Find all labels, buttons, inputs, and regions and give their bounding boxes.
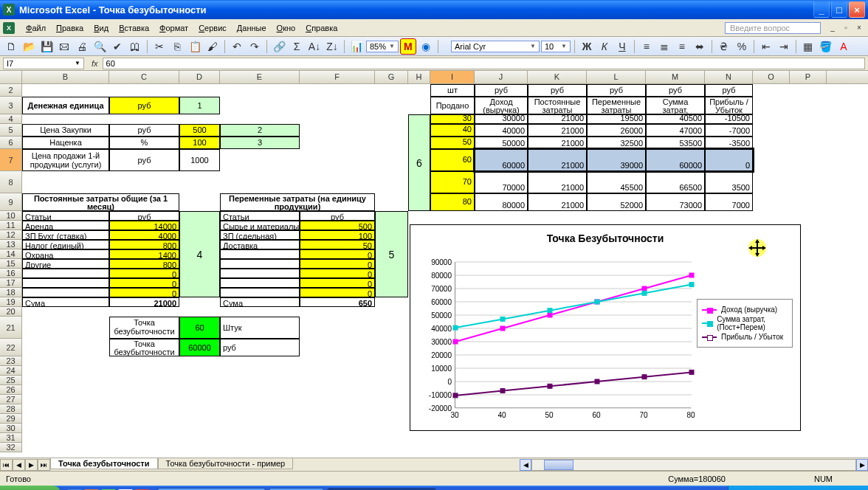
row-25[interactable]: 25 (0, 376, 22, 385)
percent-icon[interactable]: % (734, 38, 750, 55)
cell-I8[interactable]: 70 (430, 171, 475, 193)
cell-C5[interactable]: руб (109, 124, 179, 137)
fill-color-icon[interactable]: 🪣 (818, 38, 834, 55)
col-N[interactable]: N (705, 71, 753, 83)
col-J[interactable]: J (475, 71, 528, 83)
cell-K4[interactable]: 21000 (528, 114, 587, 124)
cell-N9[interactable]: 7000 (705, 193, 753, 211)
cell-I2[interactable]: шт (430, 84, 475, 97)
cell-D22[interactable]: 60000 (179, 339, 220, 356)
row-18[interactable]: 18 (0, 288, 22, 297)
cell-E22[interactable]: руб (220, 339, 300, 356)
row-17[interactable]: 17 (0, 278, 22, 288)
cell-B10[interactable]: Статьи (22, 211, 109, 221)
bold-icon[interactable]: Ж (579, 38, 595, 55)
cell-B9[interactable]: Постоянные затраты общие (за 1 месяц) (22, 193, 179, 211)
cell-K5[interactable]: 21000 (528, 124, 587, 137)
row-10[interactable]: 10 (0, 211, 22, 221)
cell-M6[interactable]: 53500 (646, 137, 705, 149)
menu-insert[interactable]: Вставка (114, 22, 154, 34)
align-center-icon[interactable]: ≣ (656, 38, 672, 55)
merge-icon[interactable]: ⬌ (692, 38, 708, 55)
cell-L8[interactable]: 45500 (587, 171, 646, 193)
save-icon[interactable]: 💾 (38, 38, 55, 55)
cell-B12[interactable]: ЗП Бухг (ставка) (22, 230, 109, 240)
name-box[interactable]: I7▼ (3, 58, 84, 69)
cell-K2[interactable]: руб (528, 84, 587, 97)
cell-F12[interactable]: 100 (300, 230, 375, 240)
cell-C16[interactable]: 0 (109, 269, 179, 278)
doc-close[interactable]: × (853, 23, 865, 33)
borders-icon[interactable]: ▦ (800, 38, 816, 55)
cell-D6[interactable]: 100 (179, 137, 220, 149)
row-2[interactable]: 2 (0, 84, 22, 97)
col-O[interactable]: O (753, 71, 790, 83)
row-27[interactable]: 27 (0, 395, 22, 404)
cell-K3[interactable]: Постоянные затраты (528, 97, 587, 114)
print-icon[interactable]: 🖨 (74, 38, 90, 55)
cell-L9[interactable]: 52000 (587, 193, 646, 211)
cell-C10[interactable]: руб (109, 211, 179, 221)
col-M[interactable]: M (646, 71, 705, 83)
cell-F10[interactable]: руб (300, 211, 375, 221)
col-H[interactable]: H (408, 71, 430, 83)
row-15[interactable]: 15 (0, 259, 22, 269)
autosum-icon[interactable]: Σ (289, 38, 305, 55)
col-E[interactable]: E (220, 71, 300, 83)
research-icon[interactable]: 🕮 (127, 38, 143, 55)
cell-D7[interactable]: 1000 (179, 149, 220, 171)
open-icon[interactable]: 📂 (21, 38, 37, 55)
system-tray[interactable]: RU 13:51 (728, 486, 868, 490)
align-right-icon[interactable]: ≡ (674, 38, 690, 55)
cell-L5[interactable]: 26000 (587, 124, 646, 137)
cell-I9[interactable]: 80 (430, 193, 475, 211)
redo-icon[interactable]: ↷ (247, 38, 263, 55)
cell-F18[interactable]: 0 (300, 288, 375, 297)
row-24[interactable]: 24 (0, 366, 22, 376)
font-color-icon[interactable]: A (836, 38, 852, 55)
cell-E18[interactable] (220, 288, 300, 297)
cell-B17[interactable] (22, 278, 109, 288)
cell-B19[interactable]: Сума (22, 297, 109, 307)
cell-D5[interactable]: 500 (179, 124, 220, 137)
row-22[interactable]: 22 (0, 339, 22, 356)
cell-J6[interactable]: 50000 (475, 137, 528, 149)
menu-view[interactable]: Вид (89, 22, 114, 34)
col-K[interactable]: K (528, 71, 587, 83)
hyperlink-icon[interactable]: 🔗 (271, 38, 287, 55)
chart-icon[interactable]: 📊 (348, 38, 365, 55)
cell-L7[interactable]: 39000 (587, 149, 646, 171)
row-19[interactable]: 19 (0, 297, 22, 307)
cell-C15[interactable]: 800 (109, 259, 179, 269)
cell-E19[interactable]: Сума (220, 297, 300, 307)
permission-icon[interactable]: 🖂 (56, 38, 72, 55)
cell-N8[interactable]: 3500 (705, 171, 753, 193)
cell-E9[interactable]: Переменные затраты (на единицу продукции… (220, 193, 375, 211)
row-6[interactable]: 6 (0, 137, 22, 149)
cell-C11[interactable]: 14000 (109, 221, 179, 230)
col-B[interactable]: B (22, 71, 109, 83)
cell-J8[interactable]: 70000 (475, 171, 528, 193)
col-C[interactable]: C (109, 71, 179, 83)
start-button[interactable]: пуск (0, 486, 61, 490)
row-13[interactable]: 13 (0, 240, 22, 249)
col-D[interactable]: D (179, 71, 220, 83)
col-F[interactable]: F (300, 71, 375, 83)
hscroll-thumb[interactable] (544, 460, 574, 470)
cell-J3[interactable]: Доход (выручка) (475, 97, 528, 114)
row-5[interactable]: 5 (0, 124, 22, 137)
cell-M4[interactable]: 40500 (646, 114, 705, 124)
cell-L4[interactable]: 19500 (587, 114, 646, 124)
row-23[interactable]: 23 (0, 356, 22, 366)
cell-I4[interactable]: 30 (430, 114, 475, 124)
tab-next[interactable]: ▶ (25, 459, 38, 471)
cell-I5[interactable]: 40 (430, 124, 475, 137)
align-left-icon[interactable]: ≡ (638, 38, 655, 55)
row-9[interactable]: 9 (0, 193, 22, 211)
cell-C21[interactable]: Точка безубыточности (109, 317, 179, 339)
cell-C12[interactable]: 4000 (109, 230, 179, 240)
cell-F13[interactable]: 50 (300, 240, 375, 249)
cell-K9[interactable]: 21000 (528, 193, 587, 211)
cell-N7[interactable]: 0 (705, 149, 753, 171)
cell-E17[interactable] (220, 278, 300, 288)
